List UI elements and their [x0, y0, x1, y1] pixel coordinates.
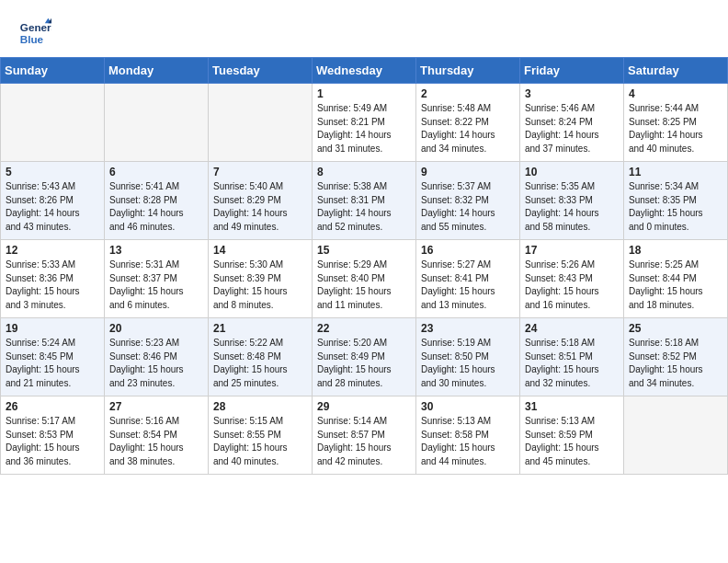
- calendar-day-cell: 16Sunrise: 5:27 AMSunset: 8:41 PMDayligh…: [416, 240, 520, 318]
- day-info: Sunrise: 5:44 AMSunset: 8:25 PMDaylight:…: [629, 102, 722, 155]
- day-info: Sunrise: 5:33 AMSunset: 8:36 PMDaylight:…: [6, 259, 99, 312]
- calendar-day-cell: [209, 84, 313, 162]
- svg-text:Blue: Blue: [20, 33, 44, 45]
- calendar-day-cell: 8Sunrise: 5:38 AMSunset: 8:31 PMDaylight…: [313, 162, 416, 240]
- calendar-col-header: Friday: [520, 58, 624, 84]
- calendar-col-header: Tuesday: [209, 58, 313, 84]
- day-info: Sunrise: 5:26 AMSunset: 8:43 PMDaylight:…: [525, 259, 619, 312]
- day-info: Sunrise: 5:34 AMSunset: 8:35 PMDaylight:…: [629, 180, 722, 234]
- day-info: Sunrise: 5:18 AMSunset: 8:51 PMDaylight:…: [525, 337, 619, 390]
- day-info: Sunrise: 5:27 AMSunset: 8:41 PMDaylight:…: [421, 259, 515, 312]
- day-info: Sunrise: 5:37 AMSunset: 8:32 PMDaylight:…: [421, 180, 515, 234]
- calendar-week-row: 12Sunrise: 5:33 AMSunset: 8:36 PMDayligh…: [1, 240, 728, 318]
- calendar-day-cell: [624, 396, 728, 475]
- day-info: Sunrise: 5:25 AMSunset: 8:44 PMDaylight:…: [629, 259, 722, 312]
- calendar-day-cell: 19Sunrise: 5:24 AMSunset: 8:45 PMDayligh…: [1, 318, 105, 396]
- day-number: 19: [6, 322, 99, 335]
- day-number: 24: [525, 322, 619, 335]
- day-number: 16: [421, 244, 515, 257]
- calendar-week-row: 26Sunrise: 5:17 AMSunset: 8:53 PMDayligh…: [1, 396, 728, 475]
- day-info: Sunrise: 5:23 AMSunset: 8:46 PMDaylight:…: [109, 337, 203, 390]
- day-info: Sunrise: 5:31 AMSunset: 8:37 PMDaylight:…: [109, 259, 203, 312]
- calendar-day-cell: 12Sunrise: 5:33 AMSunset: 8:36 PMDayligh…: [1, 240, 105, 318]
- day-number: 27: [109, 400, 203, 413]
- day-info: Sunrise: 5:19 AMSunset: 8:50 PMDaylight:…: [421, 337, 515, 390]
- day-info: Sunrise: 5:22 AMSunset: 8:48 PMDaylight:…: [213, 337, 307, 390]
- day-number: 22: [317, 322, 411, 335]
- day-number: 8: [317, 166, 411, 178]
- calendar-day-cell: 30Sunrise: 5:13 AMSunset: 8:58 PMDayligh…: [416, 396, 520, 475]
- calendar-day-cell: 23Sunrise: 5:19 AMSunset: 8:50 PMDayligh…: [416, 318, 520, 396]
- day-info: Sunrise: 5:40 AMSunset: 8:29 PMDaylight:…: [213, 180, 307, 234]
- day-number: 30: [421, 400, 515, 413]
- day-info: Sunrise: 5:29 AMSunset: 8:40 PMDaylight:…: [317, 259, 411, 312]
- calendar-day-cell: 26Sunrise: 5:17 AMSunset: 8:53 PMDayligh…: [1, 396, 105, 475]
- day-number: 3: [525, 87, 619, 100]
- day-number: 28: [213, 400, 307, 413]
- calendar-day-cell: 13Sunrise: 5:31 AMSunset: 8:37 PMDayligh…: [105, 240, 209, 318]
- day-number: 17: [525, 244, 619, 257]
- calendar-col-header: Saturday: [624, 58, 728, 84]
- day-number: 6: [109, 166, 203, 178]
- day-info: Sunrise: 5:49 AMSunset: 8:21 PMDaylight:…: [317, 102, 411, 155]
- day-info: Sunrise: 5:14 AMSunset: 8:57 PMDaylight:…: [317, 415, 411, 468]
- day-info: Sunrise: 5:24 AMSunset: 8:45 PMDaylight:…: [6, 337, 99, 390]
- day-number: 23: [421, 322, 515, 335]
- day-number: 31: [525, 400, 619, 413]
- day-number: 1: [317, 87, 411, 100]
- day-info: Sunrise: 5:46 AMSunset: 8:24 PMDaylight:…: [525, 102, 619, 155]
- calendar-day-cell: 20Sunrise: 5:23 AMSunset: 8:46 PMDayligh…: [105, 318, 209, 396]
- day-number: 2: [421, 87, 515, 100]
- day-number: 20: [109, 322, 203, 335]
- calendar-day-cell: 10Sunrise: 5:35 AMSunset: 8:33 PMDayligh…: [520, 162, 624, 240]
- day-number: 25: [629, 322, 722, 335]
- day-number: 26: [6, 400, 99, 413]
- day-number: 14: [213, 244, 307, 257]
- calendar-day-cell: 25Sunrise: 5:18 AMSunset: 8:52 PMDayligh…: [624, 318, 728, 396]
- page-header: General Blue: [0, 0, 728, 57]
- day-info: Sunrise: 5:16 AMSunset: 8:54 PMDaylight:…: [109, 415, 203, 468]
- calendar-week-row: 5Sunrise: 5:43 AMSunset: 8:26 PMDaylight…: [1, 162, 728, 240]
- day-number: 18: [629, 244, 722, 257]
- day-number: 15: [317, 244, 411, 257]
- day-number: 12: [6, 244, 99, 257]
- calendar-day-cell: 5Sunrise: 5:43 AMSunset: 8:26 PMDaylight…: [1, 162, 105, 240]
- calendar-day-cell: 24Sunrise: 5:18 AMSunset: 8:51 PMDayligh…: [520, 318, 624, 396]
- calendar-day-cell: 1Sunrise: 5:49 AMSunset: 8:21 PMDaylight…: [313, 84, 416, 162]
- calendar-day-cell: 2Sunrise: 5:48 AMSunset: 8:22 PMDaylight…: [416, 84, 520, 162]
- calendar-col-header: Thursday: [416, 58, 520, 84]
- calendar-table: SundayMondayTuesdayWednesdayThursdayFrid…: [0, 57, 728, 475]
- calendar-day-cell: 14Sunrise: 5:30 AMSunset: 8:39 PMDayligh…: [209, 240, 313, 318]
- calendar-day-cell: 9Sunrise: 5:37 AMSunset: 8:32 PMDaylight…: [416, 162, 520, 240]
- calendar-day-cell: 15Sunrise: 5:29 AMSunset: 8:40 PMDayligh…: [313, 240, 416, 318]
- logo-icon: General Blue: [18, 17, 51, 50]
- calendar-day-cell: [1, 84, 105, 162]
- calendar-header-row: SundayMondayTuesdayWednesdayThursdayFrid…: [1, 58, 728, 84]
- calendar-col-header: Wednesday: [313, 58, 416, 84]
- day-info: Sunrise: 5:13 AMSunset: 8:59 PMDaylight:…: [525, 415, 619, 468]
- day-number: 21: [213, 322, 307, 335]
- calendar-day-cell: 31Sunrise: 5:13 AMSunset: 8:59 PMDayligh…: [520, 396, 624, 475]
- calendar-day-cell: 22Sunrise: 5:20 AMSunset: 8:49 PMDayligh…: [313, 318, 416, 396]
- day-info: Sunrise: 5:30 AMSunset: 8:39 PMDaylight:…: [213, 259, 307, 312]
- day-info: Sunrise: 5:18 AMSunset: 8:52 PMDaylight:…: [629, 337, 722, 390]
- day-number: 7: [213, 166, 307, 178]
- day-info: Sunrise: 5:48 AMSunset: 8:22 PMDaylight:…: [421, 102, 515, 155]
- day-number: 9: [421, 166, 515, 178]
- day-info: Sunrise: 5:43 AMSunset: 8:26 PMDaylight:…: [6, 180, 99, 234]
- calendar-day-cell: 4Sunrise: 5:44 AMSunset: 8:25 PMDaylight…: [624, 84, 728, 162]
- calendar-day-cell: 28Sunrise: 5:15 AMSunset: 8:55 PMDayligh…: [209, 396, 313, 475]
- day-info: Sunrise: 5:15 AMSunset: 8:55 PMDaylight:…: [213, 415, 307, 468]
- day-info: Sunrise: 5:17 AMSunset: 8:53 PMDaylight:…: [6, 415, 99, 468]
- calendar-day-cell: 18Sunrise: 5:25 AMSunset: 8:44 PMDayligh…: [624, 240, 728, 318]
- calendar-day-cell: 27Sunrise: 5:16 AMSunset: 8:54 PMDayligh…: [105, 396, 209, 475]
- calendar-day-cell: [105, 84, 209, 162]
- day-number: 13: [109, 244, 203, 257]
- day-info: Sunrise: 5:35 AMSunset: 8:33 PMDaylight:…: [525, 180, 619, 234]
- calendar-day-cell: 21Sunrise: 5:22 AMSunset: 8:48 PMDayligh…: [209, 318, 313, 396]
- day-number: 11: [629, 166, 722, 178]
- calendar-col-header: Monday: [105, 58, 209, 84]
- calendar-col-header: Sunday: [1, 58, 105, 84]
- logo: General Blue: [18, 17, 51, 50]
- calendar-day-cell: 6Sunrise: 5:41 AMSunset: 8:28 PMDaylight…: [105, 162, 209, 240]
